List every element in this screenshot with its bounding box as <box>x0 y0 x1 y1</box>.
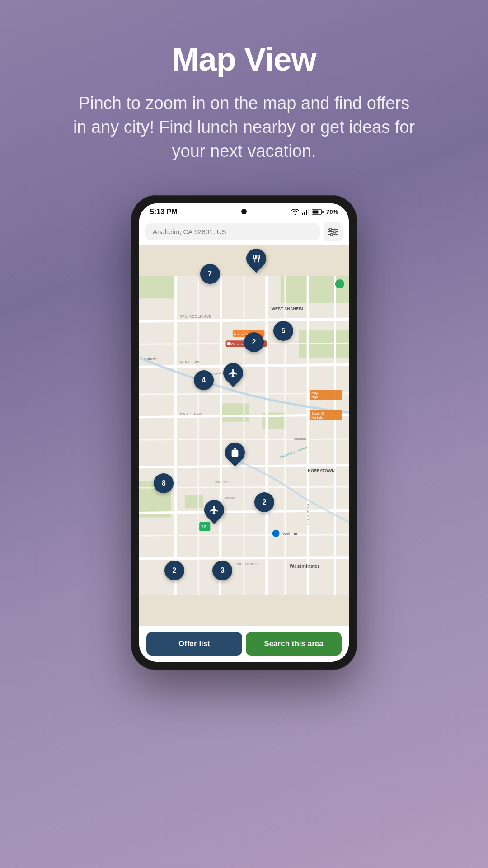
map-pin-plane2[interactable] <box>204 500 224 524</box>
svg-point-11 <box>334 231 336 233</box>
bottom-actions: Offer list Search this area <box>139 626 349 662</box>
battery-text: 70% <box>326 208 338 215</box>
map-container[interactable]: W LINCOLN AVE W BALL RD KATELLA AVE KATE… <box>139 245 349 626</box>
svg-text:High: High <box>311 395 318 399</box>
svg-text:22: 22 <box>201 524 206 529</box>
svg-text:stanton: stanton <box>294 437 306 441</box>
svg-point-52 <box>227 342 231 345</box>
phone-frame: 5:13 PM <box>131 195 357 670</box>
map-pin-3[interactable]: 3 <box>212 561 232 580</box>
map-pin-2b[interactable]: 2 <box>254 492 274 512</box>
svg-point-54 <box>272 529 280 537</box>
phone-screen: 5:13 PM <box>139 203 349 662</box>
svg-text:Walmart: Walmart <box>282 531 298 536</box>
status-bar: 5:13 PM <box>139 203 349 219</box>
camera-dot <box>241 209 247 214</box>
map-pin-food[interactable] <box>246 249 266 273</box>
svg-text:W LINCOLN AVE: W LINCOLN AVE <box>180 314 212 318</box>
filter-button[interactable] <box>324 222 343 241</box>
svg-rect-14 <box>139 276 176 298</box>
svg-text:WESTM     BLVD: WESTM BLVD <box>237 562 258 566</box>
svg-point-12 <box>331 233 333 236</box>
svg-text:Super Ki: Super Ki <box>311 411 324 415</box>
search-area-button[interactable]: Search this area <box>246 632 342 656</box>
map-pin-7[interactable]: 7 <box>200 264 220 284</box>
location-search-input[interactable] <box>145 223 320 240</box>
page-title: Map View <box>172 41 316 78</box>
svg-point-64 <box>335 279 344 288</box>
svg-rect-3 <box>308 209 309 215</box>
map-pin-4[interactable]: 4 <box>194 370 214 390</box>
status-time: 5:13 PM <box>150 208 177 216</box>
svg-text:SHIRLEY: SHIRLEY <box>144 357 157 360</box>
status-icons: 70% <box>291 208 338 215</box>
svg-rect-5 <box>312 210 318 213</box>
search-bar <box>139 219 349 245</box>
plane-icon-1 <box>228 368 238 378</box>
battery-icon <box>312 209 324 215</box>
map-pin-5[interactable]: 5 <box>273 321 293 341</box>
svg-text:MAGNOLIA ST: MAGNOLIA ST <box>306 504 310 525</box>
svg-text:Westminster: Westminster <box>290 563 320 568</box>
svg-text:KOREATOWN: KOREATOWN <box>308 468 335 472</box>
svg-text:Course: Course <box>224 496 235 500</box>
offer-list-button[interactable]: Offer list <box>146 632 242 656</box>
svg-rect-16 <box>299 330 349 358</box>
fork-knife-icon <box>251 254 261 264</box>
wifi-icon <box>291 209 299 215</box>
svg-text:Markets: Markets <box>311 415 323 419</box>
map-pin-plane1[interactable] <box>223 363 243 387</box>
svg-rect-6 <box>322 211 324 213</box>
plane-icon-2 <box>209 505 219 515</box>
map-pin-2c[interactable]: 2 <box>164 561 184 580</box>
svg-text:KATELLA AVE: KATELLA AVE <box>180 411 204 415</box>
svg-point-10 <box>329 228 332 230</box>
filter-icon <box>328 228 338 236</box>
signal-icon <box>302 209 309 215</box>
svg-rect-20 <box>185 495 203 508</box>
svg-rect-0 <box>302 213 303 215</box>
map-pin-8[interactable]: 8 <box>154 473 174 493</box>
svg-text:W BALL RD: W BALL RD <box>180 360 200 364</box>
map-pin-bag[interactable] <box>225 443 245 467</box>
svg-rect-1 <box>304 212 305 215</box>
svg-text:WEST ANAHEIM: WEST ANAHEIM <box>272 306 304 311</box>
svg-line-28 <box>221 276 221 595</box>
svg-rect-2 <box>306 210 307 215</box>
svg-text:Mag: Mag <box>311 391 318 395</box>
shopping-bag-icon <box>230 448 240 458</box>
page-subtitle: Pinch to zoom in on the map and find off… <box>59 91 429 164</box>
map-pin-2a[interactable]: 2 <box>244 332 264 352</box>
svg-text:KNOTT ST: KNOTT ST <box>214 480 230 483</box>
